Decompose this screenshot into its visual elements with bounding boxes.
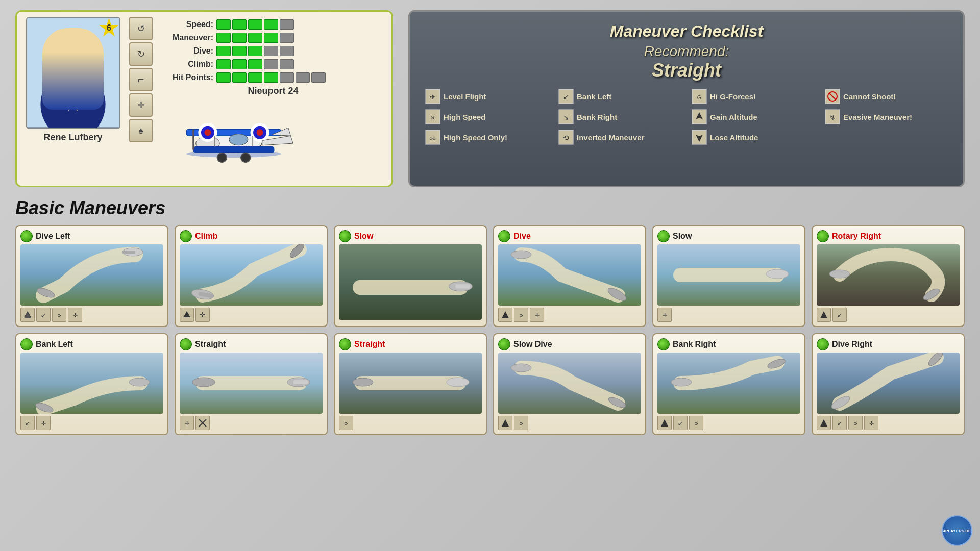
svg-rect-6 xyxy=(53,46,92,49)
action-btn-corner[interactable]: ⌐ xyxy=(129,68,153,91)
maneuver-title-straight-1: Straight xyxy=(195,340,226,349)
maneuver-indicator-straight-2 xyxy=(339,338,351,350)
cbar-3 xyxy=(248,59,262,69)
svg-rect-72 xyxy=(455,284,470,288)
mbar-1 xyxy=(216,33,231,43)
card-header-bank-left: Bank Left xyxy=(20,338,163,350)
pilot-card: ✦ ✦ 6 Rene Lufbery ↺ ↻ ⌐ ✛ ♠ xyxy=(15,10,393,187)
svg-rect-26 xyxy=(193,147,274,153)
svg-rect-12 xyxy=(57,91,89,106)
svg-text:✛: ✛ xyxy=(200,311,206,319)
section-title: Basic Maneuvers xyxy=(15,197,965,219)
action-buttons: ↺ ↻ ⌐ ✛ ♠ xyxy=(129,17,155,181)
svg-text:✛: ✛ xyxy=(185,420,189,427)
icon-br-bank: ↙ xyxy=(673,416,688,430)
maneuver-card-slow-1[interactable]: Slow xyxy=(334,225,487,327)
lose-alt-label: Lose Altitude xyxy=(710,133,758,142)
cbar-5 xyxy=(280,59,294,69)
evasive-icon: ↯ xyxy=(825,109,840,124)
maneuver-card-dive-left[interactable]: Dive Left ↙ xyxy=(15,225,168,327)
maneuver-card-bank-left[interactable]: Bank Left ↙ ✛ xyxy=(15,333,168,435)
svg-point-33 xyxy=(241,153,251,163)
icon-down xyxy=(20,308,35,322)
bank-left-label: Bank Left xyxy=(577,92,611,101)
stat-hitpoints: Hit Points: xyxy=(162,72,384,83)
checklist-icons: ✈ Level Flight ↙ Bank Left G Hi G-For xyxy=(425,89,948,145)
stat-speed: Speed: xyxy=(162,19,384,30)
maneuver-indicator-slow-2 xyxy=(657,230,670,242)
lose-alt-icon xyxy=(692,130,707,145)
hbar-3 xyxy=(248,72,262,83)
icon-s1-plus: ✛ xyxy=(180,416,194,430)
checklist-recommend-value: Straight xyxy=(425,60,948,81)
svg-text:✛: ✛ xyxy=(869,420,874,427)
maneuver-icons-bank-right: ↙ » xyxy=(657,416,800,430)
plane-name: Nieuport 24 xyxy=(162,86,384,96)
svg-text:✦ ✦: ✦ ✦ xyxy=(66,106,80,113)
svg-text:↙: ↙ xyxy=(678,420,683,427)
maneuver-card-climb[interactable]: Climb ✛ xyxy=(175,225,328,327)
svg-text:↙: ↙ xyxy=(25,420,30,427)
maneuver-icons-dive-left: ↙ » ✛ xyxy=(20,308,163,322)
high-speed-icon: » xyxy=(425,109,440,124)
maneuver-card-slow-dive[interactable]: Slow Dive » xyxy=(493,333,646,435)
svg-marker-99 xyxy=(502,419,509,427)
icon-dr-speed: » xyxy=(848,416,863,430)
action-btn-spade[interactable]: ♠ xyxy=(129,119,153,142)
no-shoot-label: Cannot Shoot! xyxy=(843,92,896,101)
maneuver-img-bank-right xyxy=(657,353,800,414)
svg-point-97 xyxy=(511,364,531,372)
maneuver-indicator-slow-1 xyxy=(339,230,351,242)
stat-climb-bars xyxy=(216,59,294,69)
mbar-3 xyxy=(248,33,262,43)
maneuver-img-climb xyxy=(180,244,323,306)
svg-rect-59 xyxy=(122,251,135,254)
icon-bl-bank: ↙ xyxy=(20,416,35,430)
svg-text:G: G xyxy=(697,94,702,101)
icon-dive-speed: » xyxy=(514,308,528,322)
stat-speed-label: Speed: xyxy=(162,20,213,29)
svg-text:✛: ✛ xyxy=(41,420,46,427)
svg-marker-82 xyxy=(820,311,827,318)
action-btn-undo[interactable]: ↺ xyxy=(129,17,153,40)
svg-marker-103 xyxy=(661,419,668,427)
action-btn-redo[interactable]: ↻ xyxy=(129,42,153,66)
maneuver-img-straight-2 xyxy=(339,353,482,414)
maneuver-indicator-bank-left xyxy=(20,338,33,350)
svg-text:»: » xyxy=(854,420,857,427)
maneuver-card-dive[interactable]: Dive » ✛ xyxy=(493,225,646,327)
svg-rect-89 xyxy=(293,380,308,384)
svg-point-101 xyxy=(671,378,692,386)
card-header-slow-dive: Slow Dive xyxy=(498,338,641,350)
svg-point-3 xyxy=(48,40,98,52)
svg-text:✈: ✈ xyxy=(430,93,436,101)
maneuver-card-straight-1[interactable]: Straight ✛ xyxy=(175,333,328,435)
hbar-1 xyxy=(216,72,231,83)
maneuver-title-slow-1: Slow xyxy=(354,232,373,241)
icon-slow-cross: ✛ xyxy=(657,308,672,322)
icon-s1-cross xyxy=(195,416,210,430)
card-header-rotary-right: Rotary Right xyxy=(817,230,960,242)
maneuver-card-slow-2[interactable]: Slow ✛ xyxy=(652,225,805,327)
plane-svg xyxy=(167,99,300,176)
bank-left-icon: ↙ xyxy=(558,89,574,104)
checklist-title: Maneuver Checklist xyxy=(425,22,948,41)
bar-5 xyxy=(280,19,294,30)
maneuver-card-bank-right[interactable]: Bank Right ↙ » xyxy=(652,333,805,435)
maneuver-card-rotary-right[interactable]: Rotary Right ↙ xyxy=(812,225,965,327)
stat-climb-label: Climb: xyxy=(162,60,213,69)
maneuver-card-dive-right[interactable]: Dive Right ↙ » xyxy=(812,333,965,435)
maneuver-card-straight-2[interactable]: Straight » xyxy=(334,333,487,435)
svg-text:↙: ↙ xyxy=(563,93,569,101)
hbar-6 xyxy=(296,72,310,83)
maneuver-grid-row1: Dive Left ↙ xyxy=(15,225,965,327)
svg-marker-75 xyxy=(502,311,509,318)
svg-point-1 xyxy=(40,69,105,128)
inverted-icon: ⟲ xyxy=(558,130,574,145)
mbar-2 xyxy=(232,33,247,43)
action-btn-move[interactable]: ✛ xyxy=(129,93,153,117)
svg-text:»: » xyxy=(345,420,348,427)
svg-text:↙: ↙ xyxy=(41,312,46,319)
evasive-label: Evasive Maneuver! xyxy=(843,113,912,121)
maneuver-title-dive-right: Dive Right xyxy=(832,340,872,349)
